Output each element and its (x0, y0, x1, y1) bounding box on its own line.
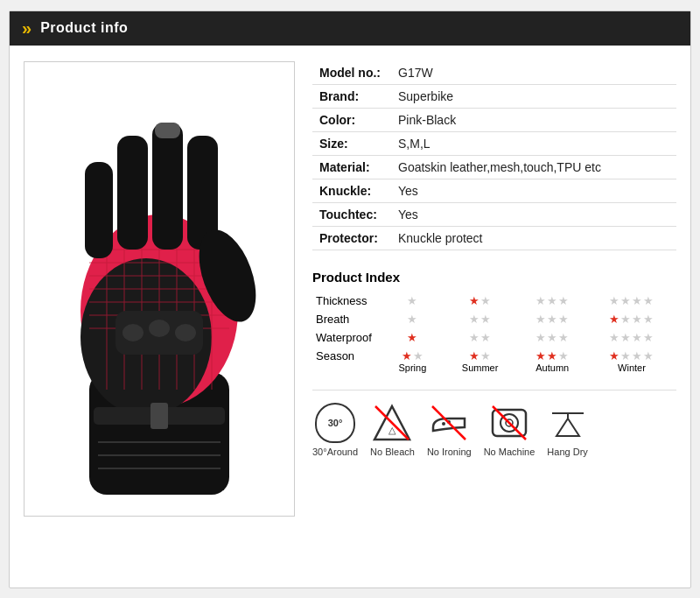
star-icon: ★ (632, 313, 642, 326)
spec-value: Yes (391, 202, 676, 226)
spec-value: S,M,L (391, 131, 676, 155)
spec-row: Protector:Knuckle protect (312, 226, 676, 250)
rating-cell: ★ (382, 310, 443, 328)
rating-cell: ★ (382, 292, 443, 310)
season-name: Autumn (521, 362, 584, 373)
care-item: △ No Bleach (370, 403, 415, 457)
svg-point-25 (175, 324, 196, 341)
star-icon: ★ (413, 349, 424, 362)
star-icon: ★ (558, 349, 569, 362)
rating-cell: ★★ (443, 310, 518, 328)
star-icon: ★ (480, 349, 491, 362)
spec-label: Knuckle: (312, 179, 391, 202)
spec-value: Knuckle protect (391, 226, 676, 250)
svg-rect-31 (155, 123, 180, 138)
spec-value: Goatskin leather,mesh,touch,TPU etc (391, 155, 676, 179)
svg-rect-27 (150, 403, 168, 429)
chevron-icon: » (22, 18, 32, 39)
star-icon: ★ (609, 313, 620, 326)
info-panel: Model no.:G17WBrand:SuperbikeColor:Pink-… (312, 61, 676, 517)
rating-cell: ★★★★ (587, 310, 676, 328)
rating-cell: ★★★★ (587, 328, 676, 347)
no-bleach-icon: △ (372, 403, 412, 443)
season-name: Summer (446, 362, 514, 373)
star-icon: ★ (407, 331, 417, 344)
spec-value: Pink-Black (391, 108, 676, 131)
star-icon: ★ (558, 294, 569, 307)
svg-rect-18 (117, 136, 148, 250)
header-title: Product info (40, 20, 128, 36)
spec-row: Brand:Superbike (312, 84, 676, 108)
star-icon: ★ (402, 349, 412, 362)
product-card: » Product info (9, 11, 691, 588)
rating-cell: ★★★★ (587, 292, 676, 310)
season-name: Spring (386, 362, 439, 373)
star-icon: ★ (620, 294, 631, 307)
season-item: ★★★Autumn (517, 347, 587, 376)
glove-illustration (37, 74, 282, 503)
star-icon: ★ (620, 349, 631, 362)
care-label: Hang Dry (547, 447, 587, 457)
care-item: 30°30°Around (312, 403, 358, 457)
spec-label: Touchtec: (312, 202, 391, 226)
care-label: No Ironing (427, 447, 472, 457)
season-name: Winter (591, 362, 673, 373)
star-icon: ★ (469, 294, 480, 307)
star-icon: ★ (632, 349, 642, 362)
index-label: Waterproof (312, 328, 382, 347)
season-item: ★★Summer (443, 347, 518, 376)
care-item: Hang Dry (547, 403, 587, 457)
rating-cell: ★★★ (517, 292, 587, 310)
star-icon: ★ (547, 294, 557, 307)
care-label: 30°Around (312, 447, 358, 457)
wash-icon: 30° (315, 403, 355, 443)
index-label: Thickness (312, 292, 382, 310)
rating-cell: ★★★ (517, 328, 587, 347)
star-icon: ★ (547, 313, 557, 326)
svg-line-41 (493, 406, 526, 440)
star-icon: ★ (632, 294, 642, 307)
spec-row: Touchtec:Yes (312, 202, 676, 226)
rating-cell: ★★ (443, 292, 518, 310)
index-label: Breath (312, 310, 382, 328)
star-icon: ★ (609, 331, 620, 344)
star-icon: ★ (469, 331, 480, 344)
svg-rect-19 (152, 123, 183, 250)
star-icon: ★ (643, 349, 654, 362)
rating-cell: ★★ (443, 328, 518, 347)
spec-row: Material:Goatskin leather,mesh,touch,TPU… (312, 155, 676, 179)
no-iron-icon (429, 403, 469, 443)
season-item: ★★Spring (382, 347, 443, 376)
svg-point-24 (149, 320, 170, 337)
star-icon: ★ (480, 294, 491, 307)
spec-label: Model no.: (312, 61, 391, 85)
no-machine-icon (489, 403, 529, 443)
care-label: No Machine (484, 447, 536, 457)
content-area: Model no.:G17WBrand:SuperbikeColor:Pink-… (10, 46, 690, 532)
star-icon: ★ (558, 313, 569, 326)
care-item: No Ironing (427, 403, 472, 457)
spec-label: Material: (312, 155, 391, 179)
index-table: Thickness★★★★★★★★★★Breath★★★★★★★★★★Water… (312, 292, 676, 376)
star-icon: ★ (643, 313, 654, 326)
spec-label: Size: (312, 131, 391, 155)
star-icon: ★ (643, 331, 654, 344)
season-row: Season★★Spring★★Summer★★★Autumn★★★★Winte… (312, 347, 676, 376)
spec-row: Color:Pink-Black (312, 108, 676, 131)
hang-dry-icon (548, 403, 588, 443)
star-icon: ★ (643, 294, 654, 307)
spec-label: Brand: (312, 84, 391, 108)
star-icon: ★ (547, 349, 557, 362)
care-label: No Bleach (370, 447, 415, 457)
season-label-cell: Season (312, 347, 382, 376)
spec-row: Model no.:G17W (312, 61, 676, 85)
star-icon: ★ (469, 349, 480, 362)
spec-value: G17W (391, 61, 676, 85)
index-row: Breath★★★★★★★★★★ (312, 310, 676, 328)
star-icon: ★ (609, 349, 620, 362)
care-item: No Machine (484, 403, 536, 457)
specs-table: Model no.:G17WBrand:SuperbikeColor:Pink-… (312, 61, 676, 250)
svg-line-37 (432, 406, 466, 440)
star-icon: ★ (558, 331, 569, 344)
rating-cell: ★ (382, 328, 443, 347)
